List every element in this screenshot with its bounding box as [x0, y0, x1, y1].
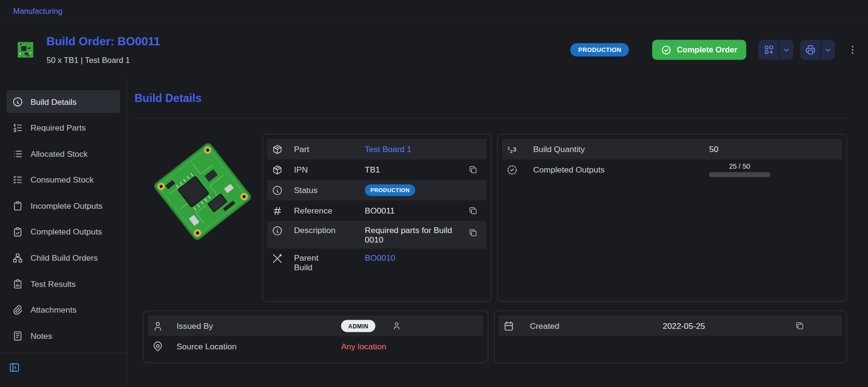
detail-value-reference: BO0011 — [365, 206, 467, 215]
detail-row-parent-build: Parent Build BO0010 — [267, 248, 487, 276]
complete-order-button[interactable]: Complete Order — [653, 40, 746, 60]
breadcrumb: Manufacturing — [0, 0, 868, 22]
print-actions-caret[interactable] — [821, 40, 835, 60]
completed-outputs-progress: 25 / 50 — [709, 163, 770, 177]
detail-row-created: Created 2022-05-25 — [499, 316, 842, 336]
sidebar-item-label: Child Build Orders — [31, 253, 98, 263]
part-link[interactable]: Test Board 1 — [365, 144, 479, 154]
sidebar-item-label: Incomplete Outputs — [31, 201, 102, 211]
breadcrumb-manufacturing-link[interactable]: Manufacturing — [13, 6, 62, 15]
clipboard-icon — [12, 200, 23, 211]
page-body: Build Details Required Parts Allocated S… — [0, 78, 868, 387]
info-circle-icon — [272, 184, 283, 195]
calendar-icon — [503, 320, 514, 331]
sidebar-item-label: Allocated Stock — [31, 149, 88, 158]
progress-text: 25 / 50 — [729, 163, 750, 170]
copy-icon — [468, 206, 478, 215]
detail-label-part: Part — [294, 144, 365, 154]
more-actions-button[interactable] — [845, 41, 860, 59]
complete-order-label: Complete Order — [677, 45, 737, 54]
chevron-down-icon — [824, 46, 832, 54]
detail-label-source-location: Source Location — [176, 342, 341, 351]
detail-row-status: Status PRODUCTION — [267, 180, 487, 200]
part-image[interactable] — [147, 136, 258, 247]
list-icon — [12, 148, 23, 159]
parent-build-link[interactable]: BO0010 — [365, 253, 479, 263]
source-location-value: Any location — [341, 342, 386, 351]
main-panel: Build Details Part Test Board 1 IPN — [127, 78, 868, 387]
progress-bar — [709, 172, 770, 177]
build-quantity-card: Build Quantity 50 Completed Outputs 25 /… — [497, 134, 847, 302]
sidebar-item-label: Consumed Stock — [31, 175, 94, 184]
details-bottom-row: Issued By ADMIN Source Location Any loca… — [134, 311, 847, 363]
sidebar: Build Details Required Parts Allocated S… — [0, 78, 127, 387]
detail-row-reference: Reference BO0011 — [267, 200, 487, 221]
detail-label-completed-outputs: Completed Outputs — [533, 165, 709, 174]
sidebar-item-incomplete-outputs[interactable]: Incomplete Outputs — [7, 194, 120, 217]
header-actions: PRODUCTION Complete Order — [571, 40, 860, 60]
status-badge: PRODUCTION — [571, 43, 629, 57]
sidebar-item-label: Required Parts — [31, 123, 86, 132]
page-title: Build Order: BO0011 — [47, 35, 161, 48]
sidebar-item-completed-outputs[interactable]: Completed Outputs — [7, 220, 120, 243]
panel-divider — [134, 118, 847, 118]
paperclip-icon — [12, 304, 23, 315]
detail-label-created: Created — [530, 321, 663, 331]
detail-value-ipn: TB1 — [365, 165, 467, 174]
detail-row-ipn: IPN TB1 — [267, 159, 487, 180]
detail-row-description: Description Required parts for Build 001… — [267, 221, 487, 248]
detail-row-issued-by: Issued By ADMIN — [148, 316, 483, 336]
detail-label-build-quantity: Build Quantity — [533, 144, 709, 154]
details-top-row: Part Test Board 1 IPN TB1 Status PRODUCT… — [134, 134, 847, 302]
sidebar-item-label: Completed Outputs — [31, 227, 102, 236]
list-numbers-icon — [12, 122, 23, 133]
part-image-wrap — [143, 134, 263, 302]
sidebar-divider — [0, 353, 127, 353]
sidebar-collapse-icon — [9, 362, 20, 373]
barcode-actions-caret[interactable] — [779, 40, 793, 60]
map-pin-icon — [152, 341, 163, 352]
sidebar-item-build-details[interactable]: Build Details — [7, 90, 120, 113]
print-actions-button[interactable] — [800, 40, 821, 60]
sidebar-item-attachments[interactable]: Attachments — [7, 298, 120, 321]
detail-row-source-location: Source Location Any location — [148, 336, 483, 356]
barcode-actions-split-button — [758, 40, 793, 60]
copy-icon — [795, 321, 804, 331]
page-header: Build Order: BO0011 50 x TB1 | Test Boar… — [0, 22, 868, 77]
sidebar-item-notes[interactable]: Notes — [7, 325, 120, 347]
detail-label-issued-by: Issued By — [176, 321, 341, 331]
list-check-icon — [12, 174, 23, 185]
package-icon — [272, 143, 283, 154]
barcode-actions-button[interactable] — [758, 40, 779, 60]
sidebar-item-required-parts[interactable]: Required Parts — [7, 116, 120, 139]
user-icon — [392, 321, 402, 331]
copy-button[interactable] — [467, 204, 479, 217]
copy-button[interactable] — [467, 226, 479, 239]
created-card: Created 2022-05-25 — [494, 311, 847, 363]
copy-button[interactable] — [793, 320, 806, 332]
sidebar-item-allocated-stock[interactable]: Allocated Stock — [7, 142, 120, 165]
sidebar-item-child-build-orders[interactable]: Child Build Orders — [7, 246, 120, 269]
detail-label-status: Status — [294, 185, 365, 195]
detail-row-part: Part Test Board 1 — [267, 139, 487, 160]
build-order-page: Manufacturing Build Order: BO0011 50 x T… — [0, 0, 868, 387]
title-block: Build Order: BO0011 50 x TB1 | Test Boar… — [47, 35, 161, 65]
hash-icon — [272, 205, 283, 216]
sidebar-item-test-results[interactable]: Test Results — [7, 272, 120, 295]
package-icon — [272, 164, 283, 175]
sidebar-item-label: Build Details — [31, 97, 77, 106]
copy-button[interactable] — [467, 163, 479, 176]
detail-label-ipn: IPN — [294, 165, 365, 174]
detail-label-parent-build: Parent Build — [294, 253, 365, 272]
notes-icon — [12, 330, 23, 341]
detail-value-description: Required parts for Build 0010 — [365, 225, 461, 244]
status-badge: PRODUCTION — [365, 184, 415, 196]
sidebar-item-consumed-stock[interactable]: Consumed Stock — [7, 168, 120, 191]
dots-vertical-icon — [847, 44, 858, 55]
issued-by-badge: ADMIN — [341, 320, 375, 332]
detail-row-completed-outputs: Completed Outputs 25 / 50 — [502, 159, 842, 180]
part-thumbnail-image[interactable] — [13, 38, 38, 62]
detail-label-reference: Reference — [294, 206, 365, 215]
collapse-sidebar-button[interactable] — [7, 360, 22, 376]
chevron-down-icon — [782, 46, 790, 54]
